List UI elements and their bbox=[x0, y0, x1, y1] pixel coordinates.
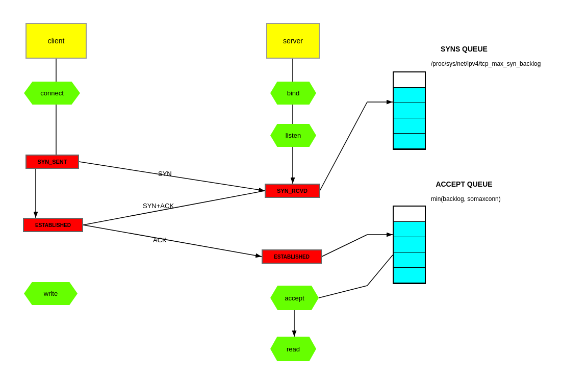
established-server-label: ESTABLISHED bbox=[274, 254, 310, 260]
diagram-container: SYN SYN+ACK ACK client server connect bi… bbox=[0, 0, 588, 380]
syn-ack-label: SYN+ACK bbox=[143, 202, 174, 210]
accept-queue bbox=[393, 206, 426, 284]
write-hex: write bbox=[24, 282, 78, 305]
svg-line-8 bbox=[79, 162, 265, 191]
server-label: server bbox=[283, 37, 303, 45]
accept-cell-1 bbox=[394, 207, 425, 222]
svg-line-15 bbox=[367, 255, 393, 286]
write-label: write bbox=[44, 290, 58, 297]
syns-cell-4 bbox=[394, 118, 425, 134]
syns-cell-2 bbox=[394, 88, 425, 103]
syn-rcvd-label: SYN_RCVD bbox=[277, 188, 308, 194]
accept-cell-4 bbox=[394, 252, 425, 268]
syns-queue bbox=[393, 71, 426, 150]
accept-hex: accept bbox=[270, 286, 319, 310]
ack-label: ACK bbox=[153, 236, 167, 244]
svg-line-9 bbox=[320, 102, 367, 191]
client-box: client bbox=[25, 23, 87, 59]
bind-label: bind bbox=[287, 89, 300, 97]
server-box: server bbox=[266, 23, 320, 59]
read-hex: read bbox=[270, 337, 316, 361]
bind-hex: bind bbox=[270, 82, 316, 105]
syn-label: SYN bbox=[158, 170, 172, 178]
syns-cell-5 bbox=[394, 134, 425, 149]
svg-line-11 bbox=[83, 191, 265, 225]
established-server-box: ESTABLISHED bbox=[262, 249, 322, 264]
read-label: read bbox=[287, 345, 300, 353]
svg-line-16 bbox=[319, 286, 367, 298]
connect-label: connect bbox=[40, 89, 64, 97]
accept-cell-2 bbox=[394, 222, 425, 237]
syn-rcvd-box: SYN_RCVD bbox=[265, 184, 320, 198]
svg-line-12 bbox=[83, 225, 262, 257]
accept-queue-label: ACCEPT QUEUE bbox=[418, 180, 510, 188]
established-client-box: ESTABLISHED bbox=[23, 218, 83, 232]
svg-line-13 bbox=[322, 235, 367, 257]
syns-cell-3 bbox=[394, 103, 425, 118]
syns-queue-label: SYNS QUEUE bbox=[423, 45, 505, 53]
client-label: client bbox=[48, 37, 65, 45]
syns-cell-1 bbox=[394, 72, 425, 88]
listen-label: listen bbox=[286, 132, 301, 139]
accept-cell-5 bbox=[394, 268, 425, 283]
accept-label: accept bbox=[285, 294, 304, 302]
listen-hex: listen bbox=[270, 124, 316, 147]
accept-queue-desc: min(backlog, somaxconn) bbox=[431, 195, 558, 202]
syn-sent-label: SYN_SENT bbox=[37, 159, 67, 165]
established-client-label: ESTABLISHED bbox=[35, 222, 71, 228]
connect-hex: connect bbox=[24, 82, 80, 105]
syn-sent-box: SYN_SENT bbox=[25, 155, 79, 169]
accept-cell-3 bbox=[394, 237, 425, 252]
syns-queue-desc: /proc/sys/net/ipv4/tcp_max_syn_backlog bbox=[431, 60, 574, 67]
